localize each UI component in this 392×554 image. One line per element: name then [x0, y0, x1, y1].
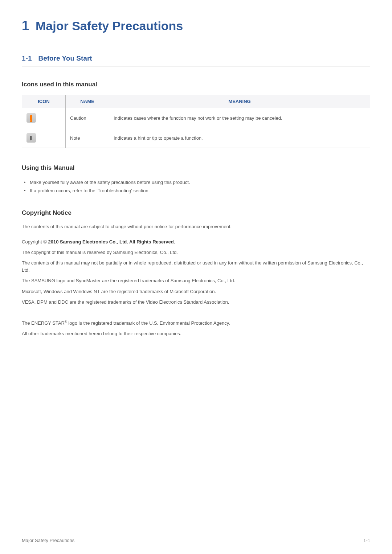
chapter-text: Major Safety Precautions	[36, 19, 183, 33]
cell-icon-note	[22, 128, 66, 148]
p7-a: The ENERGY STAR	[22, 320, 65, 326]
copyright-p4: The SAMSUNG logo and SyncMaster are the …	[22, 277, 370, 284]
using-manual-list: Make yourself fully aware of the safety …	[22, 178, 370, 195]
section-number: 1-1	[22, 54, 32, 62]
list-item: Make yourself fully aware of the safety …	[22, 178, 370, 186]
cell-meaning: Indicates cases where the function may n…	[109, 108, 370, 128]
table-row: Caution Indicates cases where the functi…	[22, 108, 370, 128]
footer: Major Safety Precautions 1-1	[22, 533, 370, 543]
section-title: 1-1 Before You Start	[22, 54, 370, 66]
copyright-p5: Microsoft, Windows and Windows NT are th…	[22, 288, 370, 295]
copyright-p8: All other trademarks mentioned herein be…	[22, 330, 370, 337]
th-name: NAME	[66, 95, 109, 108]
th-meaning: MEANING	[109, 95, 370, 108]
copyright-p7: The ENERGY STAR® logo is the registered …	[22, 320, 370, 327]
footer-left: Major Safety Precautions	[22, 538, 74, 543]
caution-icon	[26, 113, 36, 123]
table-header-row: ICON NAME MEANING	[22, 95, 370, 108]
chapter-number: 1	[22, 18, 29, 33]
subheading-using-manual: Using this Manual	[22, 164, 370, 172]
list-item: If a problem occurs, refer to the 'Troub…	[22, 186, 370, 195]
th-icon: ICON	[22, 95, 66, 108]
copyright-p6: VESA, DPM and DDC are the registered tra…	[22, 299, 370, 306]
section-text: Before You Start	[38, 54, 92, 62]
copyright-bold: 2010 Samsung Electronics Co., Ltd. All R…	[48, 239, 175, 245]
cell-meaning: Indicates a hint or tip to operate a fun…	[109, 128, 370, 148]
icons-table: ICON NAME MEANING Caution Indicates case…	[22, 95, 370, 148]
subheading-icons-used: Icons used in this manual	[22, 81, 370, 88]
copyright-p2: The copyright of this manual is reserved…	[22, 249, 370, 256]
subheading-copyright: Copyright Notice	[22, 209, 370, 217]
copyright-prefix: Copyright ©	[22, 239, 48, 245]
cell-name: Note	[66, 128, 109, 148]
cell-icon-caution	[22, 108, 66, 128]
footer-right: 1-1	[363, 538, 370, 543]
copyright-p1: The contents of this manual are subject …	[22, 223, 370, 230]
p7-b: logo is the registered trademark of the …	[67, 320, 230, 326]
copyright-p3: The contents of this manual may not be p…	[22, 259, 370, 274]
note-icon	[26, 133, 36, 143]
cell-name: Caution	[66, 108, 109, 128]
registered-mark: ®	[65, 320, 67, 324]
chapter-title: 1 Major Safety Precautions	[22, 18, 370, 38]
copyright-line: Copyright © 2010 Samsung Electronics Co.…	[22, 239, 370, 245]
table-row: Note Indicates a hint or tip to operate …	[22, 128, 370, 148]
